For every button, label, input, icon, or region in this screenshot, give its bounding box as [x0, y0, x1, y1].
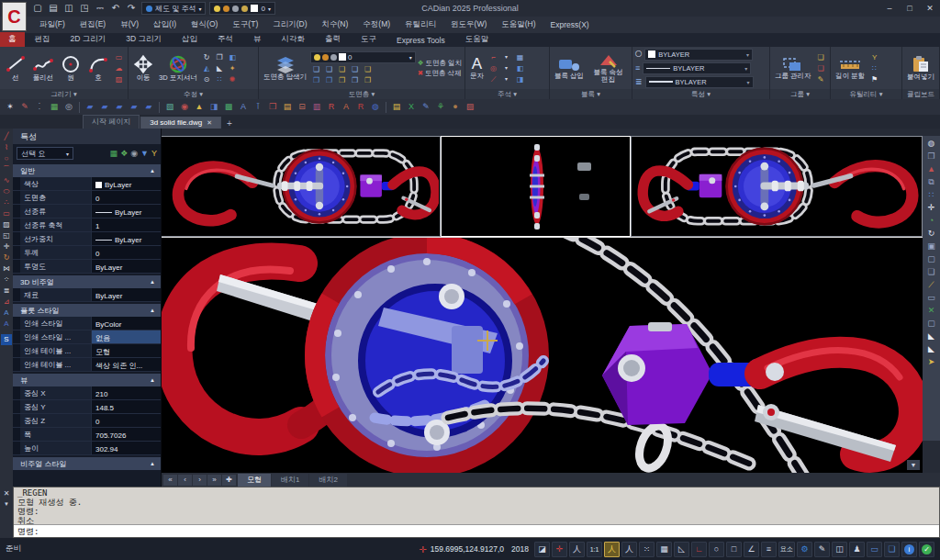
explode-tool-icon[interactable]: ✺	[227, 74, 239, 84]
offset-tool-icon[interactable]: ≣	[4, 286, 10, 295]
layer-color-icon[interactable]	[241, 6, 248, 12]
property-value[interactable]: 0	[92, 246, 161, 259]
layer-state-icon[interactable]: ▰	[84, 101, 96, 113]
layer-delete-button[interactable]: ✖ 도면층 삭제	[418, 69, 462, 78]
layer-tool-icon[interactable]: ❐	[349, 75, 361, 85]
layers-panel-label[interactable]: 도면층 ▾	[259, 89, 464, 99]
menu-item-1[interactable]: 편집(E)	[73, 17, 112, 32]
ribbon-tab-9[interactable]: Express Tools	[386, 34, 455, 47]
menu-item-9[interactable]: 유틸리티	[398, 17, 442, 32]
ribbon-tab-10[interactable]: 도움말	[455, 32, 499, 47]
delete-x-icon[interactable]: ✕	[928, 306, 935, 315]
drafting-standard-icon[interactable]: ◪	[534, 542, 550, 557]
view-tool-icon[interactable]: ◨	[207, 101, 220, 113]
region-tool-icon[interactable]: ◱	[3, 231, 10, 240]
menu-item-0[interactable]: 파일(F)	[33, 17, 72, 32]
new-file-icon[interactable]: ▢	[31, 2, 44, 15]
record-icon[interactable]: ◉	[178, 101, 191, 113]
viewport-side-active[interactable]	[441, 136, 631, 237]
property-value[interactable]: ByLayer	[92, 205, 161, 218]
layer-tool-icon[interactable]: ❐	[336, 75, 348, 85]
new-document-tab-button[interactable]: +	[222, 118, 237, 129]
layer-tool-icon[interactable]: ❐	[310, 75, 322, 85]
edit-block-attr-button[interactable]: 블록 속성 편집	[588, 51, 629, 85]
command-history[interactable]: _REGEN모형 재생성 중.명령:취소	[14, 487, 939, 524]
link-icon[interactable]: ⧉	[928, 177, 934, 186]
filter-funnel-icon[interactable]: Y	[868, 52, 880, 62]
ribbon-tab-1[interactable]: 2D 그리기	[61, 32, 117, 47]
erase-tool-icon[interactable]: ✦	[227, 63, 239, 73]
rotate-icon[interactable]: ↻	[928, 229, 935, 238]
point-tool-icon[interactable]: ∴	[4, 198, 8, 207]
text-tool-button[interactable]: A 문자	[468, 55, 486, 81]
line-tool-button[interactable]: 선	[3, 53, 28, 83]
menu-item-4[interactable]: 형식(O)	[185, 17, 224, 32]
search-icon[interactable]: ◎	[62, 101, 75, 113]
document-tab-0[interactable]: 시작 페이지	[83, 115, 140, 129]
selection-type-select[interactable]: 선택 요 ▾	[17, 147, 73, 160]
ucs-icon[interactable]: 人	[569, 542, 585, 557]
stretch-tool-icon[interactable]: ◧	[227, 52, 239, 62]
dropdown-icon[interactable]: ▾	[126, 63, 128, 73]
marker-icon[interactable]: ⊺	[252, 101, 264, 113]
dropdown-icon[interactable]: ▾	[500, 63, 512, 73]
collapse-icon[interactable]: ▲	[150, 168, 155, 174]
polyline-tool-button[interactable]: 폴리선	[30, 53, 56, 83]
quick-properties-label[interactable]: 요소	[778, 542, 795, 557]
collapse-icon[interactable]: ▲	[150, 308, 155, 313]
hatch-tool-icon[interactable]: ▨	[113, 74, 125, 84]
auto-annotation-icon[interactable]: 人	[621, 542, 637, 557]
plot-edit-icon[interactable]: ✎	[814, 542, 830, 557]
annotation-scale-label[interactable]: 1:1	[587, 542, 602, 557]
layer-explorer-button[interactable]: 도면층 탐색기	[262, 54, 308, 82]
text-style-icon[interactable]: A	[237, 101, 250, 113]
property-section-header-1[interactable]: 3D 비주얼▲	[13, 275, 161, 288]
property-value[interactable]: 1	[92, 218, 161, 231]
array-tool-icon[interactable]: ∷	[214, 74, 226, 84]
menu-item-6[interactable]: 그리기(D)	[266, 17, 313, 32]
info-icon[interactable]: i	[901, 542, 917, 557]
render-people-icon[interactable]: ◫	[832, 542, 847, 557]
layer-state-icon[interactable]: ▰	[128, 101, 140, 113]
minimize-button[interactable]: –	[879, 1, 900, 16]
mirror-tool-icon[interactable]: ◭	[201, 63, 213, 73]
user-icon[interactable]: ♟	[849, 542, 865, 557]
snap-mode-icon[interactable]: ◺	[674, 542, 689, 557]
trim-tool-icon[interactable]: ⊿	[4, 297, 10, 306]
menu-item-8[interactable]: 수정(M)	[356, 17, 397, 32]
ribbon-tab-4[interactable]: 주석	[207, 32, 243, 47]
offset-tool-icon[interactable]: ⊙	[201, 74, 213, 84]
dropdown-icon[interactable]: ▾	[126, 52, 128, 62]
property-value[interactable]: ByLayer	[92, 260, 161, 273]
save-icon[interactable]: ◫	[62, 2, 75, 15]
filter-icon[interactable]: Y	[151, 149, 157, 158]
hatch-tool-icon[interactable]: ▨	[3, 220, 10, 229]
palette-icon[interactable]: ▲	[193, 101, 206, 113]
copy-tool-icon[interactable]: ❐	[214, 52, 226, 62]
layer-tool-icon[interactable]: ❐	[323, 75, 335, 85]
quick-select-icon[interactable]: ▦	[110, 149, 118, 158]
chamfer-icon[interactable]: ◣	[928, 344, 934, 353]
ribbon-tab-7[interactable]: 출력	[315, 32, 351, 47]
collapse-icon[interactable]: ▲	[150, 377, 155, 383]
app-logo[interactable]: C	[2, 2, 27, 31]
group-edit-icon[interactable]: ✎	[815, 74, 827, 84]
ribbon-tab-6[interactable]: 시각화	[271, 32, 315, 47]
cut-scissors-icon[interactable]: ✂	[938, 52, 939, 62]
save-as-icon[interactable]: ◳	[78, 2, 91, 15]
viewport-front-mirrored[interactable]	[631, 136, 923, 237]
property-value[interactable]: 705.7026	[92, 428, 161, 441]
property-section-header-4[interactable]: 비주얼 스타일▲	[13, 457, 161, 470]
menu-item-11[interactable]: 도움말(H)	[495, 17, 542, 32]
flag-arrow-icon[interactable]: ➤	[928, 357, 935, 366]
text-tool-icon[interactable]: A	[4, 308, 8, 317]
grid-display-icon[interactable]: ▦	[656, 542, 672, 557]
globe-icon[interactable]: ◍	[369, 101, 382, 113]
paste-button[interactable]: 붙여넣기	[905, 54, 936, 82]
clipboard-panel-label[interactable]: 클립보드	[902, 89, 939, 99]
pdf-icon[interactable]: ▨	[464, 101, 476, 113]
ribbon-tab-home[interactable]: 홈	[0, 32, 25, 47]
dropdown-icon[interactable]: ▾	[500, 74, 512, 84]
close-icon[interactable]: ✕	[4, 489, 10, 498]
table-icon[interactable]: ▦	[514, 52, 526, 62]
